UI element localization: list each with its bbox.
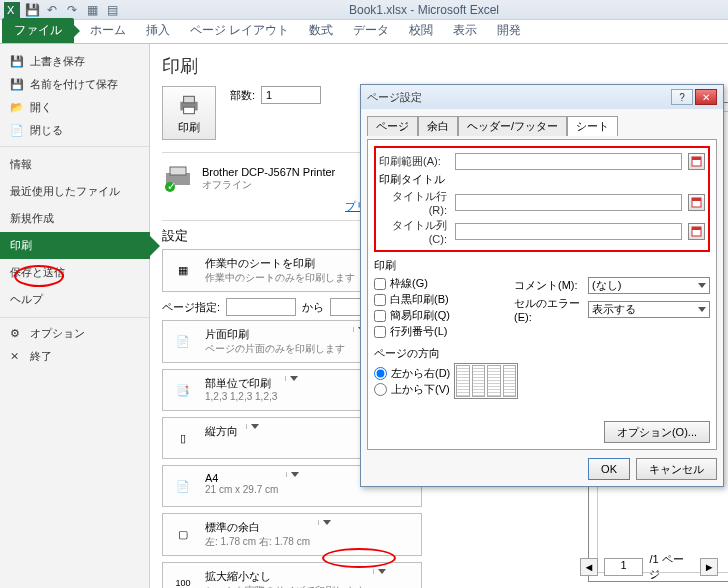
copies-input[interactable]: 1 [261, 86, 321, 104]
tab-formula[interactable]: 数式 [299, 18, 343, 43]
title: 縦方向 [205, 424, 238, 439]
sidebar-info[interactable]: 情報 [0, 151, 149, 178]
page-from-input[interactable] [226, 298, 296, 316]
saveas-icon: 💾 [10, 78, 24, 92]
tab-review[interactable]: 校閲 [399, 18, 443, 43]
tab-layout[interactable]: ページ レイアウト [180, 18, 299, 43]
tab-margins[interactable]: 余白 [418, 116, 458, 136]
page-icon: 📄 [169, 327, 197, 355]
order-group-label: ページの方向 [374, 346, 710, 361]
tab-header[interactable]: ヘッダー/フッター [458, 116, 567, 136]
range-picker-button[interactable] [688, 153, 705, 170]
order-diagram-icon [454, 363, 518, 399]
dialog-title: ページ設定 [367, 90, 422, 105]
order-ttb-radio[interactable]: 上から下(V) [374, 382, 450, 397]
label: 開く [30, 100, 52, 115]
sidebar-save-as[interactable]: 💾名前を付けて保存 [0, 73, 149, 96]
page-num-input[interactable]: 1 [604, 558, 644, 576]
sidebar-help[interactable]: ヘルプ [0, 286, 149, 313]
printer-status-icon: ✓ [162, 163, 194, 195]
errors-combo[interactable]: 表示する [588, 301, 710, 318]
range-picker-button[interactable] [688, 223, 705, 240]
comments-combo[interactable]: (なし) [588, 277, 710, 294]
print-titles-label: 印刷タイトル [379, 172, 705, 187]
bw-checkbox[interactable]: 白黒印刷(B) [374, 292, 514, 307]
ribbon-tabs: ファイル ホーム 挿入 ページ レイアウト 数式 データ 校閲 表示 開発 [0, 20, 728, 44]
label: 上書き保存 [30, 54, 85, 69]
setting-margins[interactable]: ▢ 標準の余白左: 1.78 cm 右: 1.78 cm [162, 513, 422, 556]
svg-rect-4 [184, 107, 195, 114]
page-setup-dialog: ページ設定 ? ✕ ページ 余白 ヘッダー/フッター シート 印刷範囲(A): … [360, 84, 724, 487]
label: 閉じる [30, 123, 63, 138]
title: 標準の余白 [205, 520, 310, 535]
title: A4 [205, 472, 278, 484]
comments-label: コメント(M): [514, 278, 584, 293]
tab-dev[interactable]: 開発 [487, 18, 531, 43]
draft-checkbox[interactable]: 簡易印刷(Q) [374, 308, 514, 323]
close-icon: 📄 [10, 124, 24, 138]
redo-icon[interactable]: ↷ [64, 2, 80, 18]
ok-button[interactable]: OK [588, 458, 630, 480]
prev-page-button[interactable]: ◄ [580, 558, 598, 576]
sidebar-new[interactable]: 新規作成 [0, 205, 149, 232]
svg-rect-14 [692, 227, 701, 230]
sidebar-exit[interactable]: ⨯終了 [0, 345, 149, 368]
sidebar-save[interactable]: 💾上書き保存 [0, 50, 149, 73]
title-rows-input[interactable] [455, 194, 682, 211]
sidebar-recent[interactable]: 最近使用したファイル [0, 178, 149, 205]
tab-page[interactable]: ページ [367, 116, 418, 136]
cancel-button[interactable]: キャンセル [636, 458, 717, 480]
tab-view[interactable]: 表示 [443, 18, 487, 43]
tab-insert[interactable]: 挿入 [136, 18, 180, 43]
page-to-label: から [302, 300, 324, 315]
options-button[interactable]: オプション(O)... [604, 421, 710, 443]
sidebar-open[interactable]: 📂開く [0, 96, 149, 119]
value: 1 [266, 89, 272, 101]
save-icon[interactable]: 💾 [24, 2, 40, 18]
help-button[interactable]: ? [671, 89, 693, 105]
collate-icon: 📑 [169, 376, 197, 404]
tab-data[interactable]: データ [343, 18, 399, 43]
exit-icon: ⨯ [10, 350, 24, 364]
sub: 21 cm x 29.7 cm [205, 484, 278, 495]
svg-rect-6 [170, 167, 186, 175]
sheet-icon: ▦ [169, 256, 197, 284]
scale-icon: 100 [169, 569, 197, 588]
dialog-titlebar: ページ設定 ? ✕ [361, 85, 723, 109]
print-area-input[interactable] [455, 153, 682, 170]
qat-icon2[interactable]: ▤ [104, 2, 120, 18]
dialog-tabs: ページ 余白 ヘッダー/フッター シート [367, 115, 717, 135]
printer-icon [176, 92, 202, 118]
next-page-button[interactable]: ► [700, 558, 718, 576]
sub: シートを実際のサイズで印刷します [205, 584, 365, 588]
errors-label: セルのエラー(E): [514, 296, 584, 323]
print-button[interactable]: 印刷 [162, 86, 216, 140]
margins-icon: ▢ [169, 520, 197, 548]
paper-icon: 📄 [169, 472, 197, 500]
title: 片面印刷 [205, 327, 345, 342]
tab-file[interactable]: ファイル [2, 18, 74, 43]
page-total: /1 ページ [649, 552, 694, 582]
sidebar-print[interactable]: 印刷 [0, 232, 150, 259]
tab-home[interactable]: ホーム [80, 18, 136, 43]
sidebar-close[interactable]: 📄閉じる [0, 119, 149, 142]
undo-icon[interactable]: ↶ [44, 2, 60, 18]
sub: 1,2,3 1,2,3 1,2,3 [205, 391, 277, 402]
printer-name: Brother DCP-J567N Printer [202, 166, 335, 178]
sidebar-share[interactable]: 保存と送信 [0, 259, 149, 286]
sidebar-options[interactable]: ⚙オプション [0, 322, 149, 345]
title: 部単位で印刷 [205, 376, 277, 391]
close-button[interactable]: ✕ [695, 89, 717, 105]
gridlines-checkbox[interactable]: 枠線(G) [374, 276, 514, 291]
label: 印刷 [178, 120, 200, 135]
sub: ページの片面のみを印刷します [205, 342, 345, 356]
order-ltr-radio[interactable]: 左から右(D) [374, 366, 450, 381]
range-picker-button[interactable] [688, 194, 705, 211]
setting-scaling[interactable]: 100 拡大縮小なしシートを実際のサイズで印刷します [162, 562, 422, 588]
svg-text:X: X [7, 4, 15, 16]
title-cols-input[interactable] [455, 223, 682, 240]
backstage-sidebar: 💾上書き保存 💾名前を付けて保存 📂開く 📄閉じる 情報 最近使用したファイル … [0, 44, 150, 588]
rowcol-checkbox[interactable]: 行列番号(L) [374, 324, 514, 339]
tab-sheet[interactable]: シート [567, 116, 618, 136]
qat-icon[interactable]: ▦ [84, 2, 100, 18]
